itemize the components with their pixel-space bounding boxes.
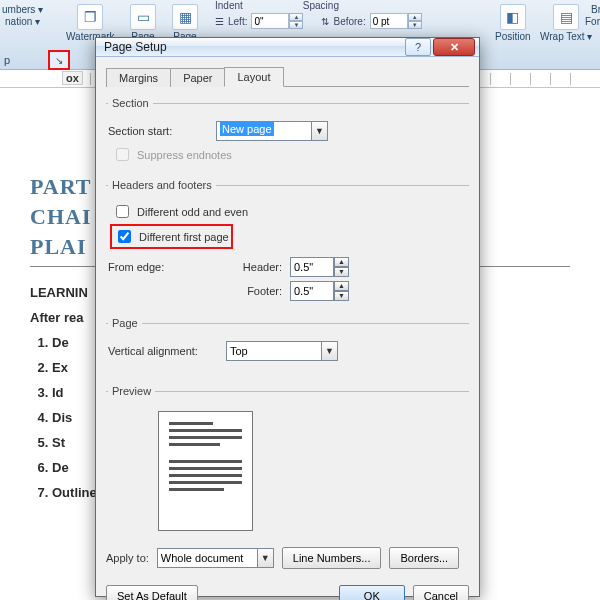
ribbon-nation[interactable]: nation ▾ bbox=[5, 16, 40, 27]
dropdown-icon[interactable]: ▼ bbox=[257, 548, 274, 568]
dropdown-icon[interactable]: ▼ bbox=[311, 121, 328, 141]
tab-paper[interactable]: Paper bbox=[170, 68, 225, 87]
p-label: p bbox=[4, 54, 10, 66]
bring-label[interactable]: Br bbox=[591, 4, 600, 15]
borders-button[interactable]: Borders... bbox=[389, 547, 459, 569]
page-color-icon[interactable]: ▭ bbox=[130, 4, 156, 30]
page-legend: Page bbox=[108, 317, 142, 329]
spin-down-icon[interactable]: ▼ bbox=[334, 291, 349, 301]
different-odd-even-label: Different odd and even bbox=[137, 206, 248, 218]
before-label: Before: bbox=[333, 16, 365, 27]
suppress-endnotes-checkbox bbox=[116, 148, 129, 161]
set-as-default-button[interactable]: Set As Default bbox=[106, 585, 198, 600]
tab-margins[interactable]: Margins bbox=[106, 68, 171, 87]
left-label: Left: bbox=[228, 16, 247, 27]
spin-down[interactable]: ▼ bbox=[408, 21, 422, 29]
spin-up[interactable]: ▲ bbox=[408, 13, 422, 21]
close-icon: ✕ bbox=[450, 41, 459, 54]
ok-button[interactable]: OK bbox=[339, 585, 405, 600]
help-button[interactable]: ? bbox=[405, 38, 431, 56]
launcher-icon: ↘ bbox=[55, 55, 63, 66]
page-setup-dialog: Page Setup ? ✕ Margins Paper Layout Sect… bbox=[95, 37, 480, 597]
header-spinner[interactable] bbox=[290, 257, 334, 277]
position-icon[interactable]: ◧ bbox=[500, 4, 526, 30]
hf-legend: Headers and footers bbox=[108, 179, 216, 191]
page-group: Page Vertical alignment: ▼ bbox=[106, 317, 469, 367]
preview-thumbnail bbox=[158, 411, 253, 531]
valign-label: Vertical alignment: bbox=[108, 345, 218, 357]
footer-label: Footer: bbox=[234, 285, 282, 297]
page-setup-dialog-launcher[interactable]: ↘ bbox=[48, 50, 70, 70]
ribbon-numbers[interactable]: umbers ▾ bbox=[2, 4, 43, 15]
apply-to-combo[interactable] bbox=[157, 548, 257, 568]
dropdown-icon[interactable]: ▼ bbox=[321, 341, 338, 361]
different-first-page-checkbox[interactable] bbox=[118, 230, 131, 243]
spin-up[interactable]: ▲ bbox=[289, 13, 303, 21]
indent-spacing-group: Indent Spacing ☰Left: ▲▼ ⇅Before: ▲▼ bbox=[215, 0, 422, 29]
page-borders-icon[interactable]: ▦ bbox=[172, 4, 198, 30]
headers-footers-group: Headers and footers Different odd and ev… bbox=[106, 179, 469, 307]
from-edge-label: From edge: bbox=[108, 261, 208, 273]
position-label: Position bbox=[495, 31, 531, 42]
forward-label[interactable]: Forw bbox=[585, 16, 600, 27]
indent-left-input[interactable] bbox=[251, 13, 289, 29]
help-icon: ? bbox=[415, 41, 421, 53]
valign-combo[interactable] bbox=[226, 341, 321, 361]
dialog-tabs: Margins Paper Layout bbox=[106, 65, 469, 87]
suppress-endnotes-label: Suppress endnotes bbox=[137, 149, 232, 161]
dialog-footer: Set As Default OK Cancel bbox=[96, 579, 479, 600]
spacing-before-input[interactable] bbox=[370, 13, 408, 29]
cancel-button[interactable]: Cancel bbox=[413, 585, 469, 600]
spin-down-icon[interactable]: ▼ bbox=[334, 267, 349, 277]
different-first-page-label: Different first page bbox=[139, 231, 229, 243]
section-legend: Section bbox=[108, 97, 153, 109]
wrap-text-icon[interactable]: ▤ bbox=[553, 4, 579, 30]
section-start-label: Section start: bbox=[108, 125, 208, 137]
header-label: Header: bbox=[234, 261, 282, 273]
different-odd-even-checkbox[interactable] bbox=[116, 205, 129, 218]
close-button[interactable]: ✕ bbox=[433, 38, 475, 56]
tab-layout[interactable]: Layout bbox=[224, 67, 283, 87]
dialog-titlebar[interactable]: Page Setup ? ✕ bbox=[96, 38, 479, 57]
watermark-icon[interactable]: ❐ bbox=[77, 4, 103, 30]
preview-legend: Preview bbox=[108, 385, 155, 397]
spin-down[interactable]: ▼ bbox=[289, 21, 303, 29]
spacing-title: Spacing bbox=[303, 0, 339, 11]
footer-spinner[interactable] bbox=[290, 281, 334, 301]
spin-up-icon[interactable]: ▲ bbox=[334, 257, 349, 267]
indent-title: Indent bbox=[215, 0, 243, 11]
apply-to-label: Apply to: bbox=[106, 552, 149, 564]
line-numbers-button[interactable]: Line Numbers... bbox=[282, 547, 382, 569]
section-group: Section Section start: New page ▼ Suppre… bbox=[106, 97, 469, 169]
wraptext-label: Wrap Text ▾ bbox=[540, 31, 592, 42]
spin-up-icon[interactable]: ▲ bbox=[334, 281, 349, 291]
box-label: ox bbox=[62, 71, 83, 85]
preview-group: Preview bbox=[106, 385, 469, 533]
dialog-title: Page Setup bbox=[104, 40, 403, 54]
section-start-value: New page bbox=[220, 122, 274, 136]
